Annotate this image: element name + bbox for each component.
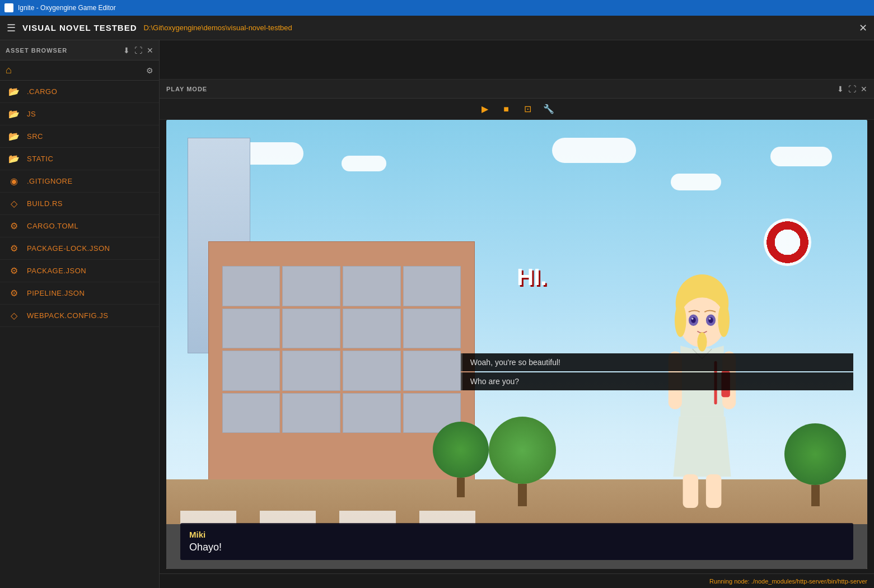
content-area: ASSET BROWSER ⬇ ⛶ ✕ ⌂ ⚙ 📂 .CARGO 📂 JS 📂 … (0, 40, 874, 588)
sidebar-item-label: PIPELINE.JSON (27, 289, 85, 297)
sidebar-item[interactable]: ◇ WEBPACK.CONFIG.JS (0, 305, 159, 327)
cloud (552, 138, 636, 163)
playmode-expand-icon[interactable]: ⛶ (848, 85, 856, 94)
status-text: Running node: ./node_modules/http-server… (709, 578, 867, 585)
config-icon: ⚙ (8, 288, 20, 298)
play-mode-header-icons: ⬇ ⛶ ✕ (837, 85, 867, 94)
window (222, 393, 281, 433)
stop-button[interactable]: ■ (498, 101, 514, 117)
config-icon: ⚙ (8, 265, 20, 276)
cloud (671, 174, 721, 190)
folder-icon: 📂 (8, 131, 20, 142)
status-bar: Running node: ./node_modules/http-server… (160, 573, 874, 588)
main-panel: PLAY MODE ⬇ ⛶ ✕ ▶ ■ ⊡ 🔧 (160, 40, 874, 588)
cloud (342, 156, 386, 171)
play-mode-panel: PLAY MODE ⬇ ⛶ ✕ ▶ ■ ⊡ 🔧 (160, 80, 874, 588)
svg-point-6 (691, 318, 693, 319)
config-icon: ⚙ (8, 243, 20, 254)
svg-point-12 (675, 303, 686, 337)
window (343, 266, 401, 306)
sidebar-header-title: ASSET BROWSER (6, 47, 123, 54)
play-mode-title: PLAY MODE (166, 86, 837, 92)
record-button[interactable]: ⊡ (520, 101, 535, 117)
sidebar-item-label: CARGO.TOML (27, 222, 78, 230)
sidebar-item[interactable]: ⚙ PACKAGE-LOCK.JSON (0, 237, 159, 260)
sidebar-item[interactable]: 📂 STATIC (0, 148, 159, 170)
playmode-close-icon[interactable]: ✕ (861, 85, 867, 94)
window (403, 351, 461, 390)
sidebar-download-icon[interactable]: ⬇ (123, 46, 130, 55)
window (282, 351, 340, 390)
window (343, 309, 401, 348)
choices-box: Woah, you're so beautiful! Who are you? (461, 353, 853, 390)
sidebar-header-icons: ⬇ ⛶ ✕ (123, 46, 153, 55)
window (282, 309, 340, 348)
tree-right (784, 423, 846, 506)
tree-mid (489, 417, 556, 506)
sidebar-item-label: WEBPACK.CONFIG.JS (27, 311, 109, 320)
config-icon: ⚙ (8, 221, 20, 231)
window (282, 266, 340, 306)
close-window-button[interactable]: ✕ (859, 22, 867, 34)
sidebar-item[interactable]: ⚙ PACKAGE.JSON (0, 260, 159, 282)
svg-point-14 (697, 332, 707, 351)
window (403, 309, 461, 348)
sidebar-item-label: PACKAGE-LOCK.JSON (27, 244, 110, 253)
window (222, 266, 281, 306)
svg-rect-11 (706, 474, 722, 508)
window (222, 351, 281, 390)
sidebar-item-label: SRC (27, 132, 43, 141)
sidebar-item-label: PACKAGE.JSON (27, 267, 86, 275)
svg-point-7 (709, 318, 711, 319)
dialog-box[interactable]: Miki Ohayo! (180, 523, 853, 560)
folder-icon: 📂 (8, 153, 20, 164)
sidebar-item[interactable]: 📂 JS (0, 103, 159, 125)
sidebar: ASSET BROWSER ⬇ ⛶ ✕ ⌂ ⚙ 📂 .CARGO 📂 JS 📂 … (0, 40, 160, 588)
sidebar-item[interactable]: ⚙ PIPELINE.JSON (0, 282, 159, 305)
sidebar-item-label: BUILD.RS (27, 199, 63, 208)
app-title: VISUAL NOVEL TESTBED (22, 23, 137, 32)
play-mode-header: PLAY MODE ⬇ ⛶ ✕ (160, 80, 874, 99)
sidebar-item-label: .GITIGNORE (27, 177, 73, 185)
app-icon (4, 3, 13, 12)
hi-sign: HI. (517, 264, 547, 291)
menu-icon[interactable]: ☰ (7, 22, 16, 34)
play-button[interactable]: ▶ (477, 101, 493, 117)
sidebar-item[interactable]: ◉ .GITIGNORE (0, 170, 159, 193)
sidebar-close-icon[interactable]: ✕ (147, 46, 153, 55)
settings-button[interactable]: 🔧 (541, 101, 557, 117)
dialog-speaker: Miki (189, 530, 844, 539)
sidebar-item[interactable]: 📂 .CARGO (0, 81, 159, 103)
sidebar-header: ASSET BROWSER ⬇ ⛶ ✕ (0, 40, 159, 60)
game-viewport[interactable]: HI. Woah, you're so beautiful! Who are y… (166, 120, 867, 569)
circle-target-sign (764, 218, 811, 266)
git-icon: ◉ (8, 176, 20, 186)
top-spacer (160, 40, 874, 80)
cloud (770, 147, 832, 166)
sidebar-item-label: JS (27, 110, 36, 118)
window (222, 309, 281, 348)
character-sprite (649, 274, 755, 515)
window (403, 266, 461, 306)
code-icon: ◇ (8, 310, 20, 321)
sidebar-item[interactable]: ⚙ CARGO.TOML (0, 215, 159, 237)
home-icon[interactable]: ⌂ (6, 64, 12, 76)
window (343, 351, 401, 390)
sidebar-item-label: STATIC (27, 155, 53, 163)
sidebar-item-label: .CARGO (27, 87, 57, 96)
window (282, 393, 340, 433)
sidebar-nav: ⌂ ⚙ (0, 60, 159, 81)
titlebar: Ignite - Oxygengine Game Editor (0, 0, 874, 16)
sidebar-expand-icon[interactable]: ⛶ (134, 46, 142, 55)
filter-icon[interactable]: ⚙ (146, 66, 153, 75)
playmode-download-icon[interactable]: ⬇ (837, 85, 844, 94)
sidebar-item[interactable]: 📂 SRC (0, 125, 159, 148)
svg-point-13 (718, 303, 730, 337)
main-toolbar: ☰ VISUAL NOVEL TESTBED D:\Git\oxygengine… (0, 16, 874, 40)
project-path: D:\Git\oxygengine\demos\visual-novel-tes… (143, 24, 292, 32)
choice-item[interactable]: Woah, you're so beautiful! (461, 353, 853, 371)
folder-icon: 📂 (8, 109, 20, 119)
tree-left (433, 422, 489, 497)
sidebar-item[interactable]: ◇ BUILD.RS (0, 193, 159, 215)
choice-item[interactable]: Who are you? (461, 372, 853, 390)
